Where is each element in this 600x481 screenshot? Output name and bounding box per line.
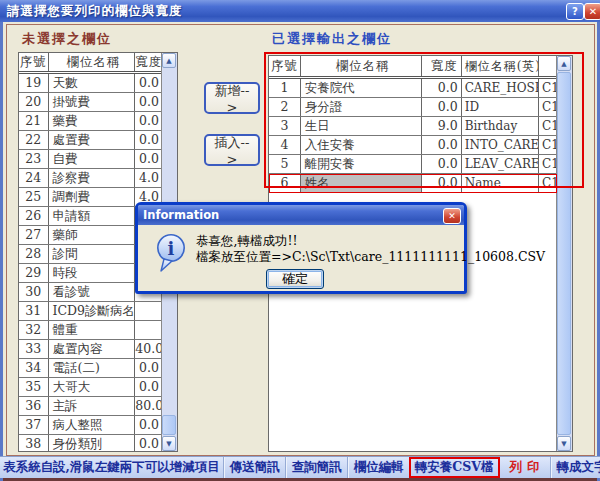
dialog-close-icon[interactable]: ✕ xyxy=(443,208,461,224)
cell-name: 掛號費 xyxy=(49,93,136,111)
window-title: 請選擇您要列印的欄位與寬度 xyxy=(0,3,183,20)
table-row[interactable]: 4入住安養0.0INTO_CAREC1 xyxy=(269,136,557,155)
cell-name: 大哥大 xyxy=(49,378,136,396)
cell-width xyxy=(135,321,162,339)
table-row[interactable]: 34電話(二)0.0 xyxy=(19,359,162,378)
scrollbar-thumb[interactable] xyxy=(557,72,571,435)
scroll-up-icon[interactable]: ▲ xyxy=(557,56,571,71)
cell-name-en: Name xyxy=(462,174,539,192)
help-icon[interactable]: ? xyxy=(566,3,584,20)
cell-no: 32 xyxy=(19,321,49,339)
table-row[interactable]: 21藥費0.0 xyxy=(19,112,162,131)
cell-no: 30 xyxy=(19,283,49,301)
cell-width: 9.0 xyxy=(422,117,462,135)
cell-type: C1 xyxy=(539,174,557,192)
cell-width: 0.0 xyxy=(135,150,162,168)
table-row[interactable]: 22處置費0.0 xyxy=(19,131,162,150)
cell-width: 0.0 xyxy=(135,359,162,377)
table-row[interactable]: 20掛號費0.0 xyxy=(19,93,162,112)
cell-no: 5 xyxy=(269,155,301,173)
header-width: 寬度 xyxy=(422,56,462,76)
table-row[interactable]: 31ICD9診斷病名 xyxy=(19,302,162,321)
cell-width: 0.0 xyxy=(135,435,162,451)
table-row[interactable]: 32體重 xyxy=(19,321,162,340)
convert-text-button[interactable]: 轉成文字檔 xyxy=(552,457,600,478)
table-row[interactable]: 38身份類別0.0 xyxy=(19,435,162,451)
cell-width: 0.0 xyxy=(135,131,162,149)
cell-name: 姓名 xyxy=(301,174,422,192)
cell-no: 21 xyxy=(19,112,49,130)
cell-type: C1 xyxy=(539,79,557,97)
cell-no: 37 xyxy=(19,416,49,434)
cell-no: 29 xyxy=(19,264,49,282)
header-name: 欄位名稱 xyxy=(49,53,136,71)
title-bar[interactable]: 請選擇您要列印的欄位與寬度 xyxy=(0,0,600,22)
cell-no: 22 xyxy=(19,131,49,149)
cell-name: 診間 xyxy=(49,245,136,263)
send-sms-button[interactable]: 傳送簡訊 xyxy=(225,457,285,478)
cell-width: 0.0 xyxy=(422,174,462,192)
ok-button[interactable]: 確定 xyxy=(266,269,324,289)
insert-button[interactable]: 插入--> xyxy=(204,134,260,166)
cell-width: 0.0 xyxy=(422,155,462,173)
cell-no: 27 xyxy=(19,226,49,244)
cell-type: C1 xyxy=(539,117,557,135)
table-row[interactable]: 1安養院代0.0CARE_HOSPC1 xyxy=(269,79,557,98)
print-column-select-window: 請選擇您要列印的欄位與寬度 ? ✕ 未選擇之欄位 序號 欄位名稱 寬度 19天數… xyxy=(0,0,600,481)
cell-name: ICD9診斷病名 xyxy=(49,302,136,320)
header-width: 寬度 xyxy=(135,53,162,71)
cell-no: 3 xyxy=(269,117,301,135)
table-row[interactable]: 3生日9.0BirthdayC1 xyxy=(269,117,557,136)
cell-name: 藥師 xyxy=(49,226,136,244)
print-button[interactable]: 列印 xyxy=(500,457,550,478)
table-row[interactable]: 37病人整照0.0 xyxy=(19,416,162,435)
cell-name-en: INTO_CARE xyxy=(462,136,539,154)
scroll-down-icon[interactable]: ▼ xyxy=(557,436,571,451)
table-row[interactable]: 35大哥大0.0 xyxy=(19,378,162,397)
table-row[interactable]: 36主訴80.0 xyxy=(19,397,162,416)
convert-care-csv-button[interactable]: 轉安養CSV檔 xyxy=(409,457,500,478)
table-row[interactable]: 2身分證0.0IDC1 xyxy=(269,98,557,117)
table-row[interactable]: 24診察費4.0 xyxy=(19,169,162,188)
cell-type: C1 xyxy=(539,155,557,173)
header-extra xyxy=(539,56,557,76)
grid-header-row: 序號 欄位名稱 寬度 欄位名稱(英) xyxy=(269,56,557,79)
close-icon[interactable]: ✕ xyxy=(584,3,600,20)
information-dialog[interactable]: Information ✕ i 恭喜您,轉檔成功!! 檔案放至位置=>C xyxy=(135,202,467,294)
query-sms-button[interactable]: 查詢簡訊 xyxy=(287,457,347,478)
cell-name-en: CARE_HOSP xyxy=(462,79,539,97)
cell-no: 28 xyxy=(19,245,49,263)
cell-name: 天數 xyxy=(49,74,136,92)
cell-width: 0.0 xyxy=(135,74,162,92)
table-row[interactable]: 33處置內容40.0 xyxy=(19,340,162,359)
dialog-title-bar[interactable]: Information xyxy=(138,205,464,225)
cell-name: 看診號 xyxy=(49,283,136,301)
cell-no: 6 xyxy=(269,174,301,192)
dialog-message-line2: 檔案放至位置=>C:\Sc\Txt\care_1111111111_10608.… xyxy=(196,249,545,265)
cell-name: 申請額 xyxy=(49,207,136,225)
cell-no: 4 xyxy=(269,136,301,154)
table-row[interactable]: 5離開安養0.0LEAV_CAREC1 xyxy=(269,155,557,174)
scroll-down-icon[interactable]: ▼ xyxy=(162,436,176,451)
scroll-up-icon[interactable]: ▲ xyxy=(162,53,176,68)
cell-name: 體重 xyxy=(49,321,136,339)
add-button[interactable]: 新增--> xyxy=(204,82,260,114)
table-row[interactable]: 23自費0.0 xyxy=(19,150,162,169)
cell-name: 入住安養 xyxy=(301,136,422,154)
cell-name: 身份類別 xyxy=(49,435,136,451)
cell-no: 33 xyxy=(19,340,49,358)
edit-fields-button[interactable]: 欄位編輯 xyxy=(349,457,409,478)
cell-name: 主訴 xyxy=(49,397,136,415)
table-row-selected[interactable]: 6姓名0.0NameC1 xyxy=(269,174,557,193)
cell-name: 生日 xyxy=(301,117,422,135)
unselected-columns-label: 未選擇之欄位 xyxy=(22,30,112,48)
table-row[interactable]: 19天數0.0 xyxy=(19,74,162,93)
cell-name: 診察費 xyxy=(49,169,136,187)
cell-no: 24 xyxy=(19,169,49,187)
cell-name: 藥費 xyxy=(49,112,136,130)
cell-width: 4.0 xyxy=(135,169,162,187)
right-grid-scrollbar[interactable]: ▲ ▼ xyxy=(556,56,572,451)
scrollbar-thumb[interactable] xyxy=(162,415,176,435)
cell-name: 調劑費 xyxy=(49,188,136,206)
dialog-title: Information xyxy=(138,208,219,222)
